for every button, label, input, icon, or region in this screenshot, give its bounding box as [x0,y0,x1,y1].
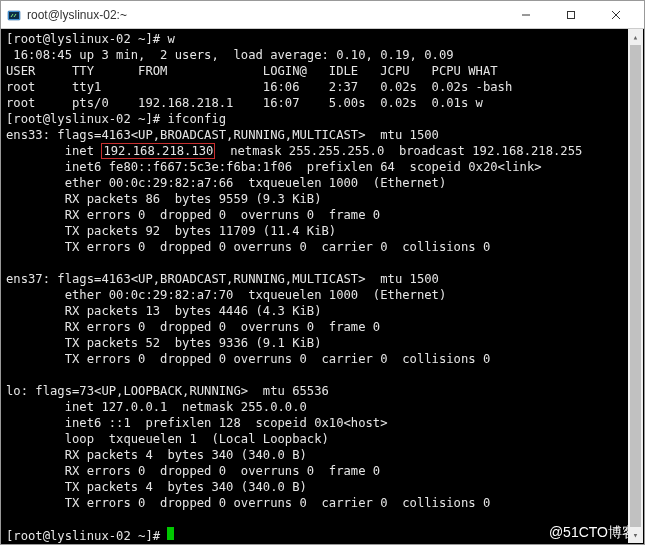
iface-ens37-line: RX packets 13 bytes 4446 (4.3 KiB) [6,304,322,318]
prompt: [root@lyslinux-02 ~]# [6,32,167,46]
iface-ens33-line: ens33: flags=4163<UP,BROADCAST,RUNNING,M… [6,128,439,142]
scrollbar-vertical[interactable]: ▴ ▾ [628,29,643,543]
iface-ens37-line: RX errors 0 dropped 0 overruns 0 frame 0 [6,320,380,334]
iface-lo-line: RX packets 4 bytes 340 (340.0 B) [6,448,307,462]
iface-ens33-line: TX errors 0 dropped 0 overruns 0 carrier… [6,240,490,254]
close-button[interactable] [593,1,638,28]
highlighted-ip: 192.168.218.130 [101,143,215,159]
window-title: root@lyslinux-02:~ [27,8,503,22]
app-window: root@lyslinux-02:~ [root@lyslinux-02 ~]#… [0,0,645,545]
iface-lo-line: inet 127.0.0.1 netmask 255.0.0.0 [6,400,307,414]
iface-lo-line: inet6 ::1 prefixlen 128 scopeid 0x10<hos… [6,416,388,430]
iface-ens37-line: ether 00:0c:29:82:a7:70 txqueuelen 1000 … [6,288,446,302]
prompt: [root@lyslinux-02 ~]# [6,529,167,543]
iface-ens33-line: RX packets 86 bytes 9559 (9.3 KiB) [6,192,322,206]
iface-ens33-line: ether 00:0c:29:82:a7:66 txqueuelen 1000 … [6,176,446,190]
iface-ens37-line: TX errors 0 dropped 0 overruns 0 carrier… [6,352,490,366]
svg-rect-3 [567,11,574,18]
iface-lo-line: loop txqueuelen 1 (Local Loopback) [6,432,329,446]
iface-ens33-line: TX packets 92 bytes 11709 (11.4 KiB) [6,224,336,238]
command-ifconfig: ifconfig [167,112,226,126]
window-controls [503,1,638,28]
watermark: @51CTO博客 [549,524,636,540]
iface-ens37-line: ens37: flags=4163<UP,BROADCAST,RUNNING,M… [6,272,439,286]
scroll-up-button[interactable]: ▴ [628,29,643,45]
w-row: root pts/0 192.168.218.1 16:07 5.00s 0.0… [6,96,483,110]
iface-ens33-line: netmask 255.255.255.0 broadcast 192.168.… [215,144,582,158]
w-header: USER TTY FROM LOGIN@ IDLE JCPU PCPU WHAT [6,64,498,78]
iface-ens33-line: inet [6,144,101,158]
minimize-button[interactable] [503,1,548,28]
iface-lo-line: TX errors 0 dropped 0 overruns 0 carrier… [6,496,490,510]
iface-ens33-line: RX errors 0 dropped 0 overruns 0 frame 0 [6,208,380,222]
cursor [167,527,174,540]
iface-lo-line: TX packets 4 bytes 340 (340.0 B) [6,480,307,494]
uptime-line: 16:08:45 up 3 min, 2 users, load average… [6,48,454,62]
command-w: w [167,32,174,46]
terminal-output[interactable]: [root@lyslinux-02 ~]# w 16:08:45 up 3 mi… [1,29,644,544]
w-row: root tty1 16:06 2:37 0.02s 0.02s -bash [6,80,512,94]
svg-rect-1 [9,12,19,19]
iface-lo-line: RX errors 0 dropped 0 overruns 0 frame 0 [6,464,380,478]
iface-ens33-line: inet6 fe80::f667:5c3e:f6ba:1f06 prefixle… [6,160,542,174]
iface-lo-line: lo: flags=73<UP,LOOPBACK,RUNNING> mtu 65… [6,384,329,398]
scroll-track[interactable] [628,45,643,527]
app-icon [7,8,21,22]
prompt: [root@lyslinux-02 ~]# [6,112,167,126]
iface-ens37-line: TX packets 52 bytes 9336 (9.1 KiB) [6,336,322,350]
titlebar[interactable]: root@lyslinux-02:~ [1,1,644,29]
scroll-down-button[interactable]: ▾ [628,527,643,543]
maximize-button[interactable] [548,1,593,28]
scroll-thumb[interactable] [630,45,641,527]
